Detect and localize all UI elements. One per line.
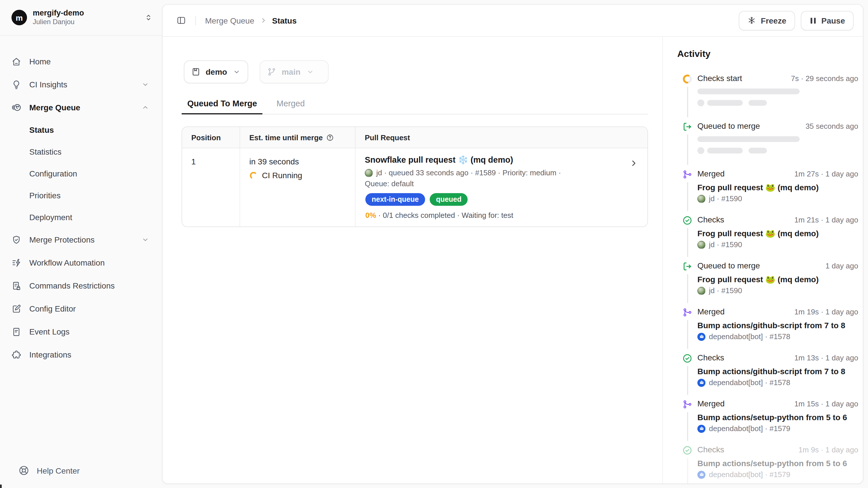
activity-item[interactable]: Checks 1m 9s · 1 day ago Bump actions/se… — [682, 445, 858, 483]
activity-item[interactable]: Queued to merge 1 day ago Frog pull requ… — [682, 261, 858, 307]
activity-pr-title[interactable]: Bump actions/github-script from 7 to 8 — [698, 320, 858, 331]
sidebar-item-home[interactable]: Home — [11, 50, 155, 73]
avatar-dependabot — [698, 378, 706, 386]
activity-pr-title[interactable]: Bump actions/github-script from 7 to 8 — [698, 366, 858, 377]
cell-pull-request: Snowflake pull request ❄️ (mq demo) jd ·… — [355, 148, 647, 227]
workflow-zap-icon — [11, 258, 21, 267]
pause-icon — [809, 17, 817, 24]
skeleton-bar — [698, 136, 800, 142]
sidebar-item-config-editor[interactable]: Config Editor — [11, 297, 155, 320]
column-eta: Est. time until merge — [240, 127, 355, 148]
timeline-connector — [687, 182, 688, 211]
sidebar-item-deployment[interactable]: Deployment — [11, 206, 155, 228]
avatar-dependabot — [698, 333, 706, 341]
skeleton-bar — [707, 148, 743, 153]
activity-event-title: Checks — [698, 445, 724, 454]
branch-select-value: main — [282, 67, 301, 77]
sidebar-item-status[interactable]: Status — [11, 119, 155, 141]
checks-progress: 0% — [365, 211, 376, 220]
queued-to-merge-icon — [682, 261, 692, 271]
freeze-button[interactable]: Freeze — [739, 11, 795, 30]
pr-queue-name: Queue: default — [365, 179, 647, 188]
pause-button[interactable]: Pause — [801, 11, 854, 30]
activity-event-time: 1 day ago — [826, 261, 858, 270]
sidebar-item-merge-queue[interactable]: Merge Queue — [11, 96, 155, 119]
activity-item[interactable]: Queued to merge 35 seconds ago — [682, 121, 858, 169]
sidebar-item-label: Home — [29, 57, 155, 66]
skeleton-bar — [707, 100, 743, 106]
activity-event-title: Checks start — [698, 74, 742, 83]
sidebar-item-label: CI Insights — [29, 80, 141, 89]
activity-pr-title[interactable]: Frog pull request 🐸 (mq demo) — [698, 182, 858, 193]
queue-tabs: Queued To Merge Merged — [182, 99, 648, 114]
skeleton-bar — [698, 88, 800, 94]
activity-event-time: 1m 9s · 1 day ago — [799, 446, 858, 454]
skeleton-avatar — [698, 147, 704, 154]
activity-list: Checks start 7s · 29 seconds ago — [677, 74, 858, 483]
activity-item[interactable]: Checks start 7s · 29 seconds ago — [682, 74, 858, 121]
timeline-connector — [687, 366, 688, 395]
page-header: Merge Queue Status Freeze Pause — [162, 5, 863, 37]
activity-pr-title[interactable]: Frog pull request 🐸 (mq demo) — [698, 274, 858, 285]
activity-event-time: 1m 27s · 1 day ago — [794, 170, 858, 178]
activity-pr-byline: dependabot[bot] · #1578 — [709, 332, 790, 341]
org-switcher[interactable]: m mergify-demo Julien Danjou — [0, 0, 162, 36]
chevron-down-icon — [306, 68, 314, 76]
activity-panel: Activity Checks start 7s · 29 seconds ag… — [662, 37, 863, 483]
sidebar-item-integrations[interactable]: Integrations — [11, 343, 155, 366]
row-chevron-right-icon[interactable] — [629, 159, 638, 168]
avatar-jd — [698, 240, 706, 249]
timeline-connector — [687, 320, 688, 349]
activity-pr-title[interactable]: Bump actions/setup-python from 5 to 6 — [698, 412, 858, 423]
breadcrumb-merge-queue[interactable]: Merge Queue — [205, 16, 254, 25]
sidebar-item-label: Workflow Automation — [29, 258, 155, 267]
activity-pr-title[interactable]: Bump actions/setup-python from 5 to 6 — [698, 458, 858, 469]
queue-row-1[interactable]: 1 in 39 seconds CI Running Snowflake pul… — [182, 148, 647, 227]
chevron-down-icon — [233, 68, 241, 76]
activity-item[interactable]: Checks 1m 13s · 1 day ago Bump actions/g… — [682, 353, 858, 399]
sidebar-item-label: Config Editor — [29, 304, 155, 313]
sidebar-item-statistics[interactable]: Statistics — [11, 141, 155, 163]
breadcrumb-status: Status — [272, 16, 297, 25]
sidebar-item-workflow-automation[interactable]: Workflow Automation — [11, 251, 155, 274]
pr-title[interactable]: Snowflake pull request ❄️ (mq demo) — [365, 155, 647, 165]
sidebar-toggle-button[interactable] — [176, 16, 186, 25]
timeline-connector — [687, 135, 688, 165]
help-center-link[interactable]: Help Center — [19, 465, 80, 476]
activity-event-time: 1m 13s · 1 day ago — [794, 353, 858, 362]
chevrons-up-down-icon — [144, 13, 153, 22]
tab-queued-to-merge[interactable]: Queued To Merge — [182, 99, 263, 114]
avatar-jd — [698, 195, 706, 203]
timeline-connector — [687, 87, 688, 117]
sidebar-item-label: Event Logs — [29, 327, 155, 336]
queue-table-header: Position Est. time until merge Pull Requ… — [182, 127, 647, 148]
activity-item[interactable]: Merged 1m 27s · 1 day ago Frog pull requ… — [682, 169, 858, 215]
activity-pr-byline: dependabot[bot] · #1579 — [709, 424, 790, 433]
repository-select[interactable]: demo — [184, 60, 248, 83]
activity-item[interactable]: Merged 1m 15s · 1 day ago Bump actions/s… — [682, 399, 858, 445]
activity-item[interactable]: Merged 1m 19s · 1 day ago Bump actions/g… — [682, 307, 858, 353]
timeline-connector — [687, 228, 688, 257]
help-circle-icon[interactable] — [326, 134, 334, 141]
sidebar-item-event-logs[interactable]: Event Logs — [11, 320, 155, 343]
activity-pr-byline: jd · #1590 — [709, 286, 742, 295]
skeleton-avatar — [698, 99, 704, 106]
activity-title: Activity — [677, 48, 858, 60]
activity-pr-title[interactable]: Frog pull request 🐸 (mq demo) — [698, 228, 858, 239]
activity-pr-byline: dependabot[bot] · #1579 — [709, 470, 790, 479]
sidebar-item-commands-restrictions[interactable]: Commands Restrictions — [11, 274, 155, 297]
activity-event-title: Merged — [698, 307, 725, 316]
sidebar-item-priorities[interactable]: Priorities — [11, 184, 155, 206]
sidebar-item-merge-protections[interactable]: Merge Protections — [11, 228, 155, 251]
activity-item[interactable]: Checks 1m 21s · 1 day ago Frog pull requ… — [682, 215, 858, 261]
tab-merged[interactable]: Merged — [271, 99, 310, 114]
sidebar-item-ci-insights[interactable]: CI Insights — [11, 73, 155, 96]
chevron-down-icon — [141, 81, 149, 88]
branch-select[interactable]: main — [260, 60, 329, 83]
sidebar-item-configuration[interactable]: Configuration — [11, 163, 155, 184]
main-panel: Merge Queue Status Freeze Pause demo — [162, 4, 863, 484]
avatar-jd — [698, 287, 706, 294]
queued-to-merge-icon — [682, 122, 692, 132]
queue-content: demo main Queued To Merge Merged Po — [162, 37, 662, 483]
checks-start-spinner-icon — [682, 74, 692, 84]
